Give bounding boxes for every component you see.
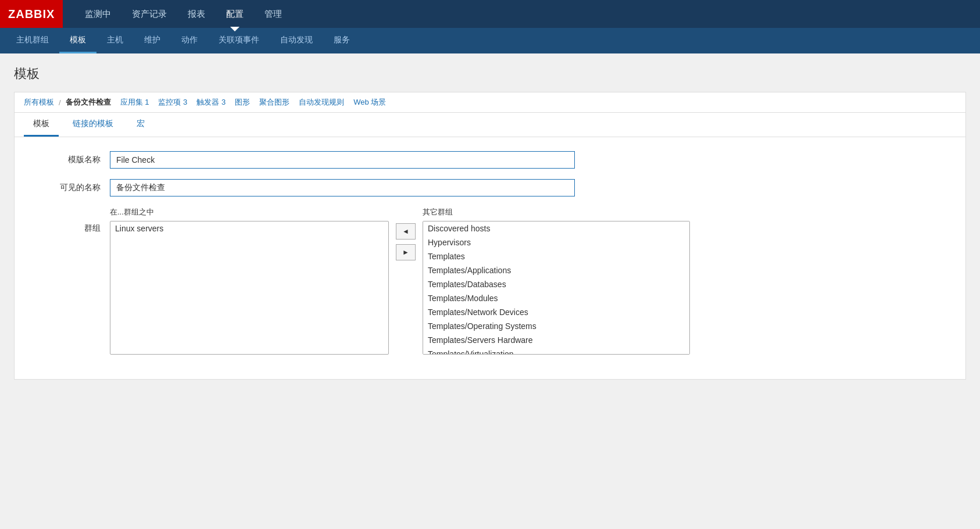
other-group-hypervisors[interactable]: Hypervisors [423, 235, 689, 249]
breadcrumb-current: 备份文件检查 [66, 97, 111, 108]
groups-inner: 在...群组之中 Linux servers ◄ ► 其它群组 Discover… [110, 207, 690, 355]
breadcrumb-tab-web-scenarios[interactable]: Web 场景 [353, 97, 386, 108]
template-name-label: 模版名称 [28, 151, 110, 165]
groups-row: 群组 在...群组之中 Linux servers ◄ ► 其它群组 [15, 207, 965, 355]
other-groups-listbox[interactable]: Discovered hosts Hypervisors Templates T… [423, 221, 690, 355]
other-groups-wrapper: 其它群组 Discovered hosts Hypervisors Templa… [423, 207, 690, 355]
nav-host-groups[interactable]: 主机群组 [6, 28, 59, 53]
nav-hosts[interactable]: 主机 [96, 28, 134, 53]
nav-templates[interactable]: 模板 [59, 28, 96, 53]
nav-correlation[interactable]: 关联项事件 [208, 28, 270, 53]
breadcrumb-tab-screens[interactable]: 聚合图形 [259, 97, 289, 108]
nav-admin[interactable]: 管理 [254, 0, 292, 28]
nav-config[interactable]: 配置 [216, 0, 254, 28]
other-groups-label: 其它群组 [423, 207, 453, 217]
nav-reports[interactable]: 报表 [177, 0, 216, 28]
template-name-input[interactable] [110, 151, 575, 169]
groups-label: 群组 [28, 207, 110, 234]
other-group-discovered-hosts[interactable]: Discovered hosts [423, 221, 689, 235]
inner-tabs: 模板 链接的模板 宏 [14, 113, 966, 137]
other-group-templates-db[interactable]: Templates/Databases [423, 277, 689, 291]
second-navigation: 主机群组 模板 主机 维护 动作 关联项事件 自动发现 服务 [0, 28, 980, 53]
visible-name-input[interactable] [110, 179, 575, 196]
other-group-templates-network[interactable]: Templates/Network Devices [423, 305, 689, 319]
breadcrumb-row: 所有模板 / 备份文件检查 应用集 1 监控项 3 触发器 3 图形 聚合图形 … [14, 92, 966, 113]
in-groups-item-linux[interactable]: Linux servers [110, 221, 388, 235]
transfer-left-button[interactable]: ◄ [396, 223, 416, 240]
nav-discovery[interactable]: 自动发现 [270, 28, 323, 53]
in-groups-listbox[interactable]: Linux servers [110, 221, 389, 355]
other-group-templates-virt[interactable]: Templates/Virtualization [423, 347, 689, 355]
breadcrumb-tab-graphs[interactable]: 图形 [235, 97, 250, 108]
other-group-templates-os[interactable]: Templates/Operating Systems [423, 319, 689, 333]
tab-linked-templates[interactable]: 链接的模板 [63, 113, 123, 137]
breadcrumb-tab-discovery-rules[interactable]: 自动发现规则 [299, 97, 344, 108]
nav-maintenance[interactable]: 维护 [134, 28, 171, 53]
other-group-templates-modules[interactable]: Templates/Modules [423, 291, 689, 305]
other-group-templates-hardware[interactable]: Templates/Servers Hardware [423, 333, 689, 347]
breadcrumb-tab-items[interactable]: 监控项 3 [158, 97, 187, 108]
main-content: 模板 所有模板 / 备份文件检查 应用集 1 监控项 3 触发器 3 图形 聚合… [0, 53, 980, 391]
breadcrumb-separator: / [59, 98, 61, 107]
breadcrumb-tab-triggers[interactable]: 触发器 3 [196, 97, 226, 108]
breadcrumb-tab-appsets[interactable]: 应用集 1 [120, 97, 149, 108]
tab-macros[interactable]: 宏 [127, 113, 154, 137]
top-nav-items: 监测中 资产记录 报表 配置 管理 [74, 0, 292, 28]
in-groups-wrapper: 在...群组之中 Linux servers [110, 207, 389, 355]
template-name-row: 模版名称 [15, 151, 965, 169]
transfer-buttons: ◄ ► [389, 223, 423, 260]
nav-monitoring[interactable]: 监测中 [74, 0, 121, 28]
top-navigation: ZABBIX 监测中 资产记录 报表 配置 管理 [0, 0, 980, 28]
page-title: 模板 [14, 65, 966, 83]
breadcrumb-all-templates[interactable]: 所有模板 [24, 97, 54, 108]
visible-name-row: 可见的名称 [15, 179, 965, 196]
form-area: 模版名称 可见的名称 群组 在...群组之中 Linux servers [14, 137, 966, 380]
tab-template[interactable]: 模板 [24, 113, 59, 137]
nav-actions[interactable]: 动作 [171, 28, 208, 53]
other-group-templates-apps[interactable]: Templates/Applications [423, 263, 689, 277]
other-group-templates[interactable]: Templates [423, 249, 689, 263]
brand-logo: ZABBIX [0, 0, 63, 28]
transfer-right-button[interactable]: ► [396, 244, 416, 260]
nav-services[interactable]: 服务 [323, 28, 360, 53]
visible-name-label: 可见的名称 [28, 179, 110, 193]
nav-assets[interactable]: 资产记录 [121, 0, 177, 28]
in-groups-label: 在...群组之中 [110, 207, 154, 217]
